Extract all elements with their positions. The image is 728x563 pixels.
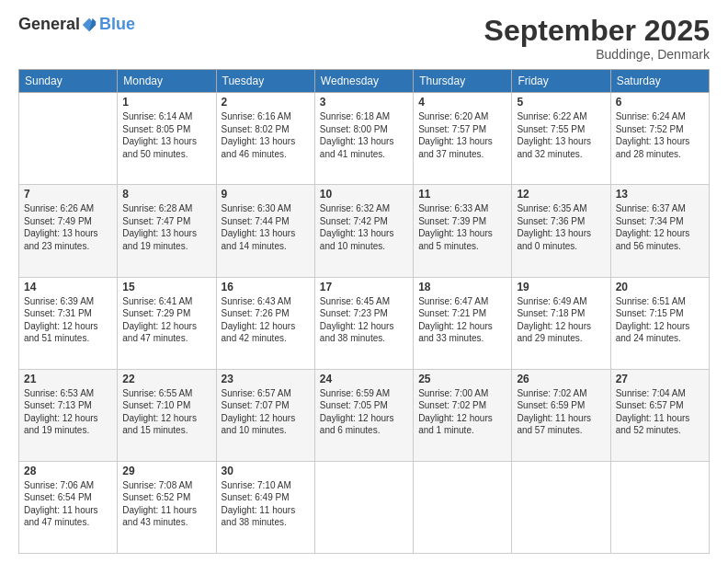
day-number: 5 xyxy=(517,96,605,109)
day-info: Sunrise: 7:04 AM Sunset: 6:57 PM Dayligh… xyxy=(616,387,704,437)
day-number: 1 xyxy=(122,96,210,109)
day-number: 28 xyxy=(24,465,112,477)
day-info: Sunrise: 6:33 AM Sunset: 7:39 PM Dayligh… xyxy=(418,202,506,252)
day-number: 22 xyxy=(122,373,210,385)
calendar-week-1: 7Sunrise: 6:26 AM Sunset: 7:49 PM Daylig… xyxy=(19,185,710,277)
calendar-cell: 6Sunrise: 6:24 AM Sunset: 7:52 PM Daylig… xyxy=(610,93,709,185)
calendar-week-0: 1Sunrise: 6:14 AM Sunset: 8:05 PM Daylig… xyxy=(19,93,710,185)
day-number: 26 xyxy=(517,373,605,385)
day-number: 24 xyxy=(320,373,408,385)
calendar-week-3: 21Sunrise: 6:53 AM Sunset: 7:13 PM Dayli… xyxy=(19,369,710,461)
calendar-cell: 27Sunrise: 7:04 AM Sunset: 6:57 PM Dayli… xyxy=(610,369,709,461)
calendar-cell: 9Sunrise: 6:30 AM Sunset: 7:44 PM Daylig… xyxy=(216,185,314,277)
day-info: Sunrise: 7:02 AM Sunset: 6:59 PM Dayligh… xyxy=(517,387,605,437)
calendar-cell xyxy=(512,461,610,553)
day-info: Sunrise: 6:47 AM Sunset: 7:21 PM Dayligh… xyxy=(418,295,506,345)
day-info: Sunrise: 6:37 AM Sunset: 7:34 PM Dayligh… xyxy=(616,202,704,252)
calendar-cell: 22Sunrise: 6:55 AM Sunset: 7:10 PM Dayli… xyxy=(118,369,216,461)
day-info: Sunrise: 7:10 AM Sunset: 6:49 PM Dayligh… xyxy=(222,479,310,529)
main-title: September 2025 xyxy=(484,15,710,47)
calendar-cell: 18Sunrise: 6:47 AM Sunset: 7:21 PM Dayli… xyxy=(414,277,512,369)
day-info: Sunrise: 6:30 AM Sunset: 7:44 PM Dayligh… xyxy=(222,202,310,252)
logo-icon xyxy=(81,17,97,33)
calendar-cell: 30Sunrise: 7:10 AM Sunset: 6:49 PM Dayli… xyxy=(216,461,314,553)
day-number: 9 xyxy=(222,188,310,201)
day-number: 3 xyxy=(320,96,408,109)
calendar-header-wednesday: Wednesday xyxy=(314,70,413,93)
calendar-cell: 1Sunrise: 6:14 AM Sunset: 8:05 PM Daylig… xyxy=(118,93,216,185)
day-info: Sunrise: 6:55 AM Sunset: 7:10 PM Dayligh… xyxy=(122,387,210,437)
day-number: 17 xyxy=(320,281,408,293)
calendar-header-friday: Friday xyxy=(512,70,610,93)
calendar-cell: 26Sunrise: 7:02 AM Sunset: 6:59 PM Dayli… xyxy=(512,369,610,461)
day-info: Sunrise: 6:57 AM Sunset: 7:07 PM Dayligh… xyxy=(222,387,310,437)
title-block: September 2025 Buddinge, Denmark xyxy=(484,15,710,62)
calendar-cell: 10Sunrise: 6:32 AM Sunset: 7:42 PM Dayli… xyxy=(314,185,413,277)
calendar-cell: 17Sunrise: 6:45 AM Sunset: 7:23 PM Dayli… xyxy=(314,277,413,369)
calendar-cell: 21Sunrise: 6:53 AM Sunset: 7:13 PM Dayli… xyxy=(19,369,118,461)
calendar-cell: 16Sunrise: 6:43 AM Sunset: 7:26 PM Dayli… xyxy=(216,277,314,369)
calendar-cell: 25Sunrise: 7:00 AM Sunset: 7:02 PM Dayli… xyxy=(414,369,512,461)
day-info: Sunrise: 7:08 AM Sunset: 6:52 PM Dayligh… xyxy=(122,479,210,529)
day-number: 15 xyxy=(122,281,210,293)
calendar-cell: 28Sunrise: 7:06 AM Sunset: 6:54 PM Dayli… xyxy=(19,461,118,553)
calendar-cell: 15Sunrise: 6:41 AM Sunset: 7:29 PM Dayli… xyxy=(118,277,216,369)
calendar-cell: 2Sunrise: 6:16 AM Sunset: 8:02 PM Daylig… xyxy=(216,93,314,185)
day-number: 14 xyxy=(24,281,112,293)
day-number: 2 xyxy=(222,96,310,109)
calendar: SundayMondayTuesdayWednesdayThursdayFrid… xyxy=(18,69,710,554)
subtitle: Buddinge, Denmark xyxy=(484,47,710,62)
logo-blue: Blue xyxy=(99,15,135,34)
day-number: 12 xyxy=(517,188,605,201)
calendar-week-4: 28Sunrise: 7:06 AM Sunset: 6:54 PM Dayli… xyxy=(19,461,710,553)
day-info: Sunrise: 6:49 AM Sunset: 7:18 PM Dayligh… xyxy=(517,295,605,345)
day-number: 13 xyxy=(616,188,704,201)
day-info: Sunrise: 6:26 AM Sunset: 7:49 PM Dayligh… xyxy=(24,202,112,252)
day-number: 29 xyxy=(122,465,210,477)
day-info: Sunrise: 6:16 AM Sunset: 8:02 PM Dayligh… xyxy=(222,110,310,160)
calendar-cell: 8Sunrise: 6:28 AM Sunset: 7:47 PM Daylig… xyxy=(118,185,216,277)
day-number: 16 xyxy=(222,281,310,293)
day-info: Sunrise: 6:35 AM Sunset: 7:36 PM Dayligh… xyxy=(517,202,605,252)
day-info: Sunrise: 6:18 AM Sunset: 8:00 PM Dayligh… xyxy=(320,110,408,160)
calendar-cell: 14Sunrise: 6:39 AM Sunset: 7:31 PM Dayli… xyxy=(19,277,118,369)
calendar-cell: 5Sunrise: 6:22 AM Sunset: 7:55 PM Daylig… xyxy=(512,93,610,185)
calendar-header-monday: Monday xyxy=(118,70,216,93)
calendar-cell xyxy=(414,461,512,553)
day-info: Sunrise: 6:20 AM Sunset: 7:57 PM Dayligh… xyxy=(418,110,506,160)
day-info: Sunrise: 6:43 AM Sunset: 7:26 PM Dayligh… xyxy=(222,295,310,345)
calendar-header-tuesday: Tuesday xyxy=(216,70,314,93)
day-info: Sunrise: 6:45 AM Sunset: 7:23 PM Dayligh… xyxy=(320,295,408,345)
day-info: Sunrise: 6:32 AM Sunset: 7:42 PM Dayligh… xyxy=(320,202,408,252)
calendar-cell: 20Sunrise: 6:51 AM Sunset: 7:15 PM Dayli… xyxy=(610,277,709,369)
day-number: 11 xyxy=(418,188,506,201)
day-number: 7 xyxy=(24,188,112,201)
day-info: Sunrise: 6:51 AM Sunset: 7:15 PM Dayligh… xyxy=(616,295,704,345)
calendar-cell xyxy=(610,461,709,553)
calendar-cell: 23Sunrise: 6:57 AM Sunset: 7:07 PM Dayli… xyxy=(216,369,314,461)
day-info: Sunrise: 6:41 AM Sunset: 7:29 PM Dayligh… xyxy=(122,295,210,345)
day-number: 8 xyxy=(122,188,210,201)
day-number: 30 xyxy=(222,465,310,477)
day-number: 10 xyxy=(320,188,408,201)
calendar-cell xyxy=(314,461,413,553)
logo-general: General xyxy=(18,15,80,34)
calendar-cell: 7Sunrise: 6:26 AM Sunset: 7:49 PM Daylig… xyxy=(19,185,118,277)
calendar-cell: 11Sunrise: 6:33 AM Sunset: 7:39 PM Dayli… xyxy=(414,185,512,277)
day-info: Sunrise: 6:39 AM Sunset: 7:31 PM Dayligh… xyxy=(24,295,112,345)
day-number: 23 xyxy=(222,373,310,385)
calendar-cell: 12Sunrise: 6:35 AM Sunset: 7:36 PM Dayli… xyxy=(512,185,610,277)
day-number: 27 xyxy=(616,373,704,385)
calendar-header-sunday: Sunday xyxy=(19,70,118,93)
day-info: Sunrise: 6:14 AM Sunset: 8:05 PM Dayligh… xyxy=(122,110,210,160)
day-number: 20 xyxy=(616,281,704,293)
calendar-cell: 13Sunrise: 6:37 AM Sunset: 7:34 PM Dayli… xyxy=(610,185,709,277)
calendar-header-row: SundayMondayTuesdayWednesdayThursdayFrid… xyxy=(19,70,710,93)
day-number: 6 xyxy=(616,96,704,109)
calendar-cell: 3Sunrise: 6:18 AM Sunset: 8:00 PM Daylig… xyxy=(314,93,413,185)
calendar-header-thursday: Thursday xyxy=(414,70,512,93)
day-number: 25 xyxy=(418,373,506,385)
day-info: Sunrise: 7:00 AM Sunset: 7:02 PM Dayligh… xyxy=(418,387,506,437)
calendar-cell: 19Sunrise: 6:49 AM Sunset: 7:18 PM Dayli… xyxy=(512,277,610,369)
day-info: Sunrise: 6:24 AM Sunset: 7:52 PM Dayligh… xyxy=(616,110,704,160)
